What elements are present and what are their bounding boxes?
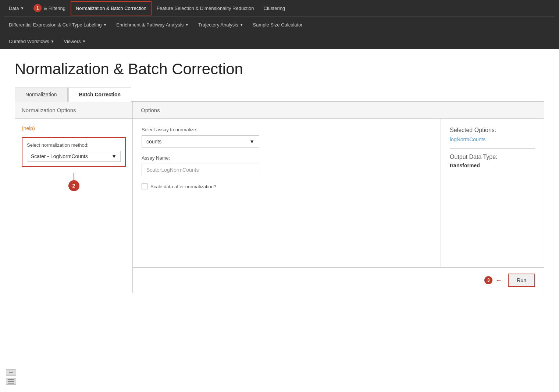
navbar: Data ▼ 1 & Filtering Normalization & Bat…: [0, 0, 559, 49]
run-row: 3 ← Run: [133, 267, 544, 293]
chevron-down-icon-traj: ▼: [240, 23, 243, 27]
nav-label-viewers: Viewers: [64, 39, 81, 44]
main-panel: Normalization Options (help) Select norm…: [15, 102, 544, 293]
method-dropdown[interactable]: Scater - LogNormCounts ▼: [27, 151, 121, 162]
nav-label-diff-expression: Differential Expression & Cell Type Labe…: [9, 22, 102, 28]
nav-label-data: Data: [9, 6, 19, 11]
nav-item-viewers[interactable]: Viewers ▼: [59, 35, 90, 48]
method-label: Select normalization method:: [27, 142, 121, 148]
tab-normalization-label: Normalization: [25, 92, 57, 97]
nav-label-curated: Curated Workflows: [9, 39, 49, 44]
nav-item-feature-selection[interactable]: Feature Selection & Dimensionality Reduc…: [152, 2, 258, 15]
options-side: Selected Options: logNormCounts Output D…: [441, 119, 544, 267]
nav-item-clustering[interactable]: Clustering: [259, 2, 290, 15]
nav-item-trajectory[interactable]: Trajectory Analysis ▼: [194, 18, 248, 31]
step-badge-container: 2: [22, 167, 126, 197]
tab-normalization[interactable]: Normalization: [15, 88, 68, 102]
dropdown-arrow-icon: ▼: [111, 153, 117, 159]
nav-item-data[interactable]: Data ▼: [4, 2, 28, 15]
assay-label: Select assay to normalize:: [142, 127, 432, 132]
assay-dropdown-icon: ▼: [249, 139, 254, 145]
nav-label-feature-selection: Feature Selection & Dimensionality Reduc…: [157, 6, 254, 11]
nav-row-1: Data ▼ 1 & Filtering Normalization & Bat…: [4, 0, 555, 16]
assay-name-form-group: Assay Name:: [142, 155, 432, 176]
assay-select[interactable]: counts ▼: [142, 135, 259, 148]
nav-item-enrichment[interactable]: Enrichment & Pathway Analysis ▼: [112, 18, 193, 31]
chevron-down-icon: ▼: [20, 6, 24, 10]
scale-checkbox[interactable]: [142, 183, 147, 189]
run-badge-container: 3 ←: [484, 276, 502, 284]
selected-options-title: Selected Options:: [450, 127, 535, 133]
page-content: Normalization & Batch Correction Normali…: [0, 49, 559, 304]
method-value: Scater - LogNormCounts: [31, 153, 88, 159]
step-badge-2: 2: [68, 180, 79, 191]
sidebar-header: Normalization Options: [15, 102, 132, 119]
nav-label-enrichment: Enrichment & Pathway Analysis: [116, 22, 184, 28]
method-selector-box: Select normalization method: Scater - Lo…: [22, 137, 126, 167]
nav-row-2: Differential Expression & Cell Type Labe…: [4, 17, 555, 33]
output-type-title: Output Data Type:: [450, 154, 535, 160]
selected-options-divider: [450, 148, 535, 149]
options-body: Select assay to normalize: counts ▼ Assa…: [133, 119, 544, 267]
nav-label-normalization: Normalization & Batch Correction: [76, 6, 146, 11]
tabs: Normalization Batch Correction: [15, 87, 544, 102]
step-arrow: 2: [68, 173, 79, 191]
assay-name-label: Assay Name:: [142, 155, 432, 161]
run-arrow-icon: ←: [495, 277, 502, 284]
assay-form-group: Select assay to normalize: counts ▼: [142, 127, 432, 148]
options-header-label: Options: [141, 107, 160, 113]
tab-batch-correction[interactable]: Batch Correction: [68, 88, 132, 102]
run-button[interactable]: Run: [508, 274, 535, 287]
nav-label-filtering: & Filtering: [44, 6, 65, 11]
step-badge-1: 1: [33, 4, 42, 12]
right-panel: Options Select assay to normalize: count…: [133, 102, 544, 293]
chevron-down-icon-diff: ▼: [103, 23, 107, 27]
nav-item-diff-expression[interactable]: Differential Expression & Cell Type Labe…: [4, 18, 111, 31]
assay-name-input[interactable]: [142, 164, 259, 176]
sidebar-body: (help) Select normalization method: Scat…: [15, 119, 132, 204]
nav-label-clustering: Clustering: [264, 6, 285, 11]
options-header: Options: [133, 102, 544, 119]
output-type-value: transformed: [450, 163, 535, 168]
chevron-down-icon-viewers: ▼: [82, 39, 86, 43]
chevron-down-icon-enrich: ▼: [185, 23, 189, 27]
chevron-down-icon-curated: ▼: [51, 39, 54, 43]
nav-row-3: Curated Workflows ▼ Viewers ▼: [4, 33, 555, 49]
scale-checkbox-row: Scale data after normalization?: [142, 183, 432, 189]
sidebar-header-label: Normalization Options: [22, 107, 76, 113]
sidebar: Normalization Options (help) Select norm…: [15, 102, 133, 293]
nav-item-filtering[interactable]: 1 & Filtering: [29, 0, 70, 16]
scale-label: Scale data after normalization?: [150, 184, 216, 189]
nav-item-sample-size[interactable]: Sample Size Calculator: [249, 18, 307, 31]
arrow-line: [74, 173, 74, 180]
nav-label-trajectory: Trajectory Analysis: [198, 22, 238, 28]
page-title: Normalization & Batch Correction: [15, 60, 544, 78]
nav-item-curated[interactable]: Curated Workflows ▼: [4, 35, 58, 48]
assay-value: counts: [146, 139, 161, 145]
nav-item-normalization[interactable]: Normalization & Batch Correction: [71, 1, 152, 15]
options-main: Select assay to normalize: counts ▼ Assa…: [133, 119, 441, 267]
nav-label-sample-size: Sample Size Calculator: [253, 22, 303, 28]
selected-options-value: logNormCounts: [450, 136, 535, 142]
step-badge-3: 3: [484, 276, 492, 284]
tab-batch-correction-label: Batch Correction: [79, 92, 121, 97]
help-link[interactable]: (help): [22, 125, 126, 131]
